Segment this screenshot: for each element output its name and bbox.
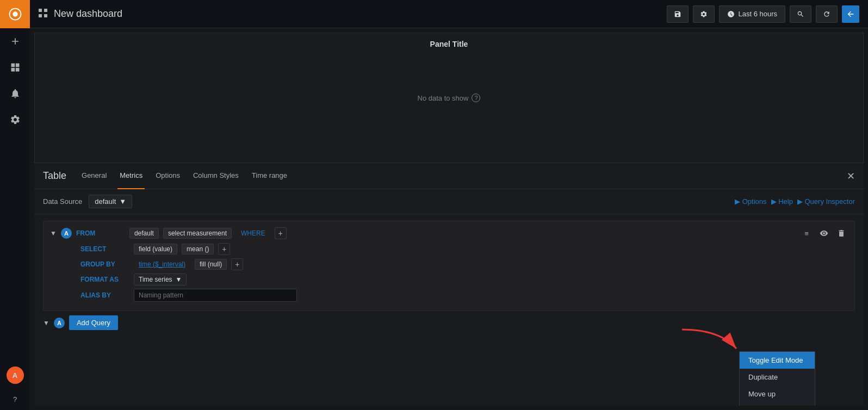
sidebar-item-add[interactable] [0,28,30,54]
svg-rect-6 [39,9,42,12]
from-label: FROM [76,229,125,237]
help-btn[interactable]: ▶ Help [771,197,793,206]
panel-preview: Panel Title No data to show ? [34,33,864,163]
query-content: ▼ A FROM default select measurement WHER… [34,214,864,406]
add-query-toggle[interactable]: ▼ [43,319,49,327]
help-button[interactable]: ? [0,388,30,410]
group-by-add-button[interactable]: + [231,258,243,270]
context-menu-duplicate[interactable]: Duplicate [740,369,815,386]
editor-tabs: Table General Metrics Options Column Sty… [34,163,864,189]
query-right-actions: ▶ Options ▶ Help ▶ Query Inspector [735,197,855,206]
settings-button[interactable] [693,5,715,23]
add-query-button[interactable]: Add Query [69,315,118,330]
tab-general[interactable]: General [79,163,109,189]
format-as-value: Time series [139,276,172,283]
datasource-select[interactable]: default ▼ [89,195,132,208]
page-title: New dashboard [54,8,122,20]
alias-by-label: ALIAS BY [80,291,129,299]
context-menu-move-down[interactable]: Move down [740,402,815,406]
main-content: New dashboard Last 6 hours Pan [30,0,868,410]
panel-type-label: Table [43,170,66,182]
fill-chip[interactable]: fill (null) [195,259,227,270]
from-row: ▼ A FROM default select measurement WHER… [50,227,848,240]
svg-rect-8 [39,14,42,17]
close-icon[interactable]: ✕ [847,170,855,182]
sidebar-item-dashboards[interactable] [0,54,30,80]
back-button[interactable] [842,5,859,23]
query-letter-badge: A [61,228,72,239]
svg-rect-9 [44,14,47,17]
where-chip[interactable]: WHERE [236,228,270,239]
format-as-row: FORMAT AS Time series ▼ [50,274,848,285]
datasource-dropdown-icon: ▼ [119,197,126,206]
refresh-button[interactable] [816,5,838,23]
mean-chip[interactable]: mean () [182,244,214,254]
alias-by-row: ALIAS BY [50,289,848,302]
time-range-button[interactable]: Last 6 hours [719,5,785,23]
time-range-label: Last 6 hours [738,10,777,18]
panel-editor: Table General Metrics Options Column Sty… [34,163,864,406]
topnav-actions: Last 6 hours [667,5,859,23]
from-default-chip[interactable]: default [129,228,159,239]
query-bar: Data Source default ▼ ▶ Options ▶ Help ▶… [34,189,864,214]
save-button[interactable] [667,5,689,23]
select-row: SELECT field (value) mean () + [50,243,848,255]
tab-metrics[interactable]: Metrics [117,163,145,189]
svg-rect-5 [15,68,19,72]
format-as-label: FORMAT AS [80,276,129,283]
grid-icon[interactable] [39,9,47,19]
add-query-letter: A [54,318,65,328]
time-chip[interactable]: time ($_interval) [134,259,190,270]
delete-button[interactable] [835,227,848,240]
query-row-actions: ≡ [800,227,848,240]
select-add-button[interactable]: + [218,243,230,255]
svg-point-1 [13,11,17,16]
tab-options[interactable]: Options [153,163,182,189]
svg-rect-3 [15,64,19,67]
svg-rect-7 [44,9,47,12]
query-inspector-btn[interactable]: ▶ Query Inspector [797,197,855,206]
svg-rect-2 [11,64,15,67]
tab-time-range[interactable]: Time range [250,163,289,189]
svg-rect-4 [11,68,15,72]
help-icon[interactable]: ? [472,94,480,102]
context-menu: Toggle Edit Mode Duplicate Move up Move … [739,351,815,406]
datasource-value: default [95,197,116,206]
datasource-label: Data Source [43,197,82,206]
arrow-indicator [677,324,742,358]
user-avatar[interactable]: A [7,366,24,384]
sidebar: A ? [0,0,30,410]
tab-column-styles[interactable]: Column Styles [191,163,241,189]
sidebar-item-alerts[interactable] [0,80,30,107]
sidebar-item-settings[interactable] [0,107,30,133]
top-navigation: New dashboard Last 6 hours [30,0,868,28]
select-label: SELECT [80,245,129,253]
group-by-row: GROUP BY time ($_interval) fill (null) + [50,258,848,270]
query-toggle[interactable]: ▼ [50,229,57,237]
alias-by-input[interactable] [134,289,297,302]
format-as-dropdown-icon: ▼ [176,276,182,283]
group-by-label: GROUP BY [80,260,129,268]
hamburger-menu-button[interactable]: ≡ [800,227,813,240]
format-as-select[interactable]: Time series ▼ [134,274,187,285]
context-menu-move-up[interactable]: Move up [740,386,815,402]
query-row-a: ▼ A FROM default select measurement WHER… [43,221,855,311]
search-button[interactable] [790,5,811,23]
options-btn[interactable]: ▶ Options [735,197,766,206]
panel-title: Panel Title [430,40,468,48]
field-chip[interactable]: field (value) [134,244,177,254]
eye-button[interactable] [817,227,830,240]
from-measurement-chip[interactable]: select measurement [163,228,232,239]
context-menu-toggle-edit[interactable]: Toggle Edit Mode [740,352,815,369]
from-add-button[interactable]: + [275,227,287,239]
no-data-message: No data to show ? [418,94,481,102]
app-logo[interactable] [0,0,30,28]
